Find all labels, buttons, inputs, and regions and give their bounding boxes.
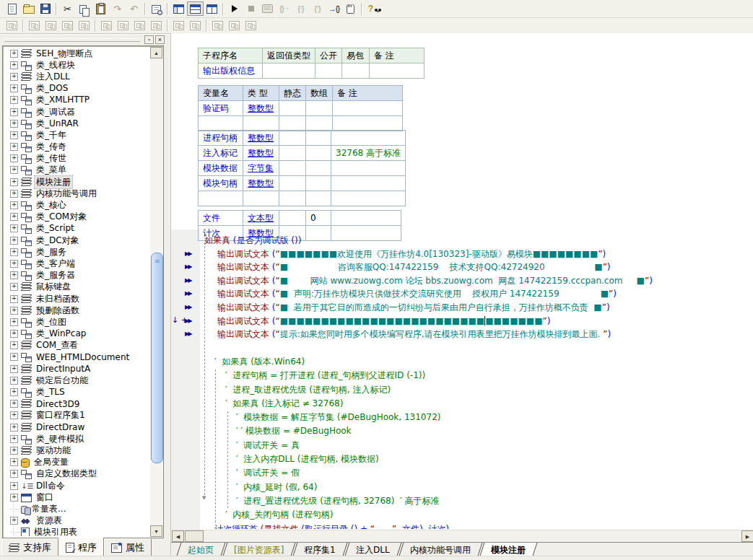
code-line[interactable]: ▶▶输出调试文本 (“■■■■■■■欢迎使用《万挂作坊4.0[130323]-驱… [171, 248, 753, 261]
hscrollbar-thumb[interactable] [185, 530, 204, 542]
tree-item[interactable]: +类_WinPcap [4, 328, 149, 340]
code-line[interactable]: ′ 进程_取进程优先级 (进程句柄, 注入标记) [171, 383, 753, 397]
table-cell[interactable]: 模块数据 [199, 161, 243, 176]
run-button[interactable] [226, 1, 243, 16]
tree-item[interactable]: +类_位图 [4, 316, 149, 328]
expand-toggle-icon[interactable]: + [10, 388, 18, 396]
expand-toggle-icon[interactable]: + [10, 494, 18, 502]
table-row[interactable]: 输出版权信息 [199, 64, 425, 79]
dock-close-button[interactable]: × [155, 35, 165, 44]
scroll-left-icon[interactable]: ◀ [172, 530, 184, 542]
tree-item[interactable]: +类_传世 [4, 153, 149, 165]
tree-item[interactable]: +窗口 [4, 491, 149, 503]
tree-item[interactable]: +类_DC对象 [4, 235, 149, 246]
tree-item[interactable]: +类_Script [4, 223, 149, 235]
scroll-down-icon[interactable]: ▼ [150, 525, 162, 537]
table-cell[interactable] [331, 176, 406, 191]
table-cell[interactable] [279, 191, 306, 206]
dock-maximize-button[interactable]: ▫ [144, 35, 154, 44]
breakpoint-marker-icon[interactable]: ▶▶ [185, 303, 191, 312]
table-cell[interactable]: 文件 [199, 211, 243, 226]
help-search-button[interactable]: ? [365, 1, 381, 16]
table-cell[interactable] [331, 131, 406, 146]
table-cell[interactable] [306, 161, 331, 176]
table-row[interactable]: 模块数据字节集 [199, 161, 406, 176]
table-cell[interactable]: 输出版权信息 [199, 64, 263, 79]
tree-item[interactable]: 常量表... [4, 503, 149, 515]
table-cell[interactable]: 整数型 [243, 131, 279, 146]
expand-toggle-icon[interactable]: + [10, 283, 18, 291]
expand-toggle-icon[interactable]: + [10, 178, 18, 186]
code-block-comments[interactable]: ′ 如果真 (版本.Win64)′ 进程句柄 = 打开进程 (进程_句柄到父进程… [171, 355, 753, 522]
subroutine-table[interactable]: 子程序名返回值类型公开易包备 注输出版权信息 [198, 48, 425, 79]
tree-item[interactable]: +自定义数据类型 [4, 468, 149, 480]
expand-toggle-icon[interactable]: + [10, 260, 18, 268]
expand-toggle-icon[interactable]: + [10, 353, 18, 361]
table-cell[interactable] [306, 176, 331, 191]
table-cell[interactable] [279, 131, 306, 146]
tree-item[interactable]: +驱动功能 [4, 445, 149, 456]
tree-scrollbar[interactable]: ▲ ▼ [150, 47, 162, 537]
tree-item[interactable]: +Direct3D9 [4, 398, 149, 410]
tree-item[interactable]: +类_UnRAR [4, 118, 149, 129]
expand-toggle-icon[interactable]: + [10, 190, 18, 198]
tree-item[interactable]: +↓☰Dll命令 [4, 480, 149, 491]
code-editor[interactable]: 子程序名返回值类型公开易包备 注输出版权信息 变量名类 型静态数组备 注验证码整… [170, 33, 753, 560]
layout-split-top-button[interactable] [187, 1, 204, 16]
tree-item[interactable]: +类_COM对象 [4, 211, 149, 223]
expand-toggle-icon[interactable]: + [10, 318, 18, 326]
breakpoint-marker-icon[interactable]: ▶▶ [185, 250, 191, 258]
table-cell[interactable] [331, 191, 406, 206]
expand-toggle-icon[interactable]: + [10, 307, 18, 315]
expand-toggle-icon[interactable]: + [10, 482, 18, 490]
table-cell[interactable]: 注入标记 [199, 146, 243, 161]
sidebar-tab-属性[interactable]: 属性 [104, 538, 152, 557]
breakpoint-marker-icon[interactable]: ▶▶ [185, 289, 191, 298]
new-file-button[interactable] [4, 1, 20, 16]
table-cell[interactable] [331, 161, 406, 176]
expand-toggle-icon[interactable]: + [10, 84, 18, 92]
find-in-files-button[interactable] [148, 1, 165, 16]
expand-toggle-icon[interactable]: + [10, 411, 18, 419]
table-row[interactable]: 验证码整数型 [199, 101, 403, 116]
table-cell[interactable] [333, 116, 403, 131]
table-row[interactable] [199, 116, 403, 131]
pause-button[interactable] [342, 1, 359, 16]
table-cell[interactable] [243, 116, 279, 131]
tree-item[interactable]: +窗口程序集1 [4, 410, 149, 421]
tree-item[interactable]: +鼠标键盘 [4, 281, 149, 293]
table-cell[interactable] [279, 101, 306, 116]
code-line[interactable]: ′ 模块数据 = 解压字节集 (#DeBugHook, 131072) [171, 411, 753, 424]
tree-item[interactable]: +类_千年 [4, 129, 149, 141]
table-cell[interactable] [331, 211, 401, 226]
expand-toggle-icon[interactable]: + [10, 248, 18, 256]
table-row[interactable] [199, 191, 406, 206]
table-cell[interactable] [263, 64, 315, 79]
code-line[interactable]: ′ 如果真 (版本.Win64) [171, 355, 753, 369]
code-line-clipped[interactable]: 计次循环首 (寻找文件 (取运行目录 () + “……”, 文件), 计次) [171, 522, 753, 529]
tree-item[interactable]: +类_客户端 [4, 258, 149, 269]
expand-toggle-icon[interactable]: + [10, 224, 18, 232]
table-cell[interactable] [279, 116, 306, 131]
table-cell[interactable] [306, 191, 331, 206]
tree-item[interactable]: +全局变量 [4, 457, 149, 468]
code-line[interactable]: ′ 进程句柄 = 打开进程 (进程_句柄到父进程ID (-1)) [171, 369, 753, 382]
tree-item[interactable]: +DirectInputA [4, 363, 149, 375]
table-cell[interactable] [199, 116, 243, 131]
tree-item[interactable]: +内核功能号调用 [4, 188, 149, 199]
table-cell[interactable] [370, 64, 425, 79]
expand-toggle-icon[interactable]: + [10, 517, 18, 525]
run-to-cursor-button[interactable]: →{} [326, 1, 342, 16]
expand-toggle-icon[interactable]: + [10, 143, 18, 151]
sidebar-tab-支持库[interactable]: 支持库 [1, 538, 58, 557]
expand-toggle-icon[interactable]: + [10, 365, 18, 373]
tree-item[interactable]: +类_服务器 [4, 270, 149, 281]
scroll-up-icon[interactable]: ▲ [150, 47, 162, 58]
table-cell[interactable] [199, 191, 243, 206]
expand-toggle-icon[interactable]: + [10, 213, 18, 221]
code-line[interactable]: ▶▶输出调试文本 (“■ 咨询客服QQ:147422159 技术支持QQ:427… [171, 261, 753, 274]
expand-toggle-icon[interactable]: + [10, 271, 18, 279]
table-cell[interactable] [306, 146, 331, 161]
table-cell[interactable]: 文本型 [243, 211, 279, 226]
tree-item[interactable]: +SEH_物理断点 [4, 48, 149, 59]
